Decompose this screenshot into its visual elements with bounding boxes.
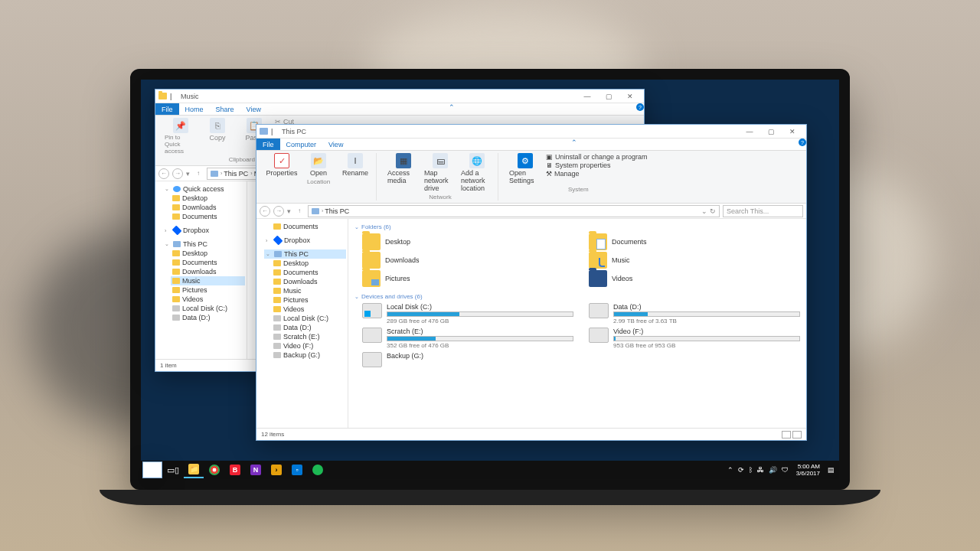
tab-home[interactable]: Home — [179, 103, 210, 115]
view-tiles-button[interactable] — [792, 431, 802, 439]
nav-item[interactable]: Pictures — [171, 285, 245, 295]
nav-item[interactable]: Data (D:) — [171, 313, 245, 322]
nav-item[interactable]: Desktop — [171, 194, 245, 203]
drive-g[interactable]: Backup (G:) — [362, 352, 573, 367]
nav-quick-access[interactable]: ⌄Quick access — [163, 184, 245, 194]
nav-item[interactable]: Local Disk (C:) — [272, 314, 346, 323]
drive-d[interactable]: Data (D:)2.99 TB free of 3.63 TB — [589, 303, 800, 324]
sysprops-button[interactable]: 🖥 System properties — [546, 161, 648, 169]
view-details-button[interactable] — [782, 431, 791, 439]
open-button[interactable]: 📂Open — [302, 153, 335, 177]
drive-e[interactable]: Scratch (E:)352 GB free of 476 GB — [362, 328, 573, 349]
folder-downloads[interactable]: Downloads — [362, 252, 573, 269]
ribbon-collapse-icon[interactable]: ⌃ — [568, 139, 580, 150]
nav-recent-icon[interactable]: ▾ — [287, 207, 291, 215]
nav-dropbox[interactable]: ›Dropbox — [264, 236, 346, 245]
spotify-taskbar-button[interactable] — [308, 461, 328, 478]
nav-item[interactable]: Desktop — [272, 259, 346, 268]
nav-item[interactable]: Scratch (E:) — [272, 332, 346, 341]
help-icon[interactable]: ? — [636, 103, 644, 111]
addlocation-button[interactable]: 🌐Add a network location — [461, 153, 493, 192]
nav-item[interactable]: Videos — [272, 305, 346, 314]
nav-item[interactable]: Data (D:) — [272, 323, 346, 332]
tray-network-icon[interactable]: 🖧 — [757, 466, 764, 474]
nav-back-button[interactable]: ← — [260, 206, 270, 217]
folder-music[interactable]: Music — [589, 252, 800, 269]
nav-item[interactable]: Local Disk (C:) — [171, 304, 245, 313]
tray-sync-icon[interactable]: ⟳ — [738, 466, 744, 474]
nav-item[interactable]: Documents — [171, 212, 245, 221]
tab-share[interactable]: Share — [210, 103, 240, 115]
maximize-button[interactable]: ▢ — [760, 126, 782, 138]
uninstall-button[interactable]: ▣ Uninstall or change a program — [546, 153, 648, 161]
start-button[interactable] — [142, 461, 162, 478]
ribbon-collapse-icon[interactable]: ⌃ — [446, 103, 458, 115]
folder-desktop[interactable]: Desktop — [362, 233, 573, 250]
nav-this-pc[interactable]: ⌄This PC — [163, 240, 245, 249]
nav-item[interactable]: Documents — [272, 222, 346, 231]
action-center-button[interactable]: ▤ — [828, 466, 835, 474]
maximize-button[interactable]: ▢ — [598, 90, 619, 103]
folder-videos[interactable]: Videos — [589, 270, 800, 287]
nav-item[interactable]: Desktop — [171, 249, 245, 258]
tab-computer[interactable]: Computer — [280, 139, 323, 150]
nav-item[interactable]: Documents — [272, 268, 346, 277]
nav-up-button[interactable]: ↑ — [294, 206, 305, 217]
onenote-taskbar-button[interactable]: N — [246, 461, 266, 478]
folder-pictures[interactable]: Pictures — [362, 270, 573, 287]
tray-overflow-icon[interactable]: ⌃ — [727, 466, 733, 474]
nav-item-music[interactable]: Music — [171, 276, 245, 285]
help-icon[interactable]: ? — [799, 139, 806, 146]
nav-dropbox[interactable]: ›Dropbox — [163, 226, 245, 235]
nav-item[interactable]: Downloads — [171, 203, 245, 212]
explorer-taskbar-button[interactable]: 📁 — [184, 461, 204, 478]
tray-security-icon[interactable]: 🛡 — [782, 466, 789, 474]
tab-file[interactable]: File — [256, 139, 280, 150]
settings-button[interactable]: ⚙Open Settings — [509, 153, 541, 184]
chrome-taskbar-button[interactable] — [204, 461, 224, 478]
rename-button[interactable]: IRename — [339, 153, 371, 177]
store-taskbar-button[interactable]: ▫ — [287, 461, 307, 478]
nav-item[interactable]: Pictures — [272, 295, 346, 305]
tray-bluetooth-icon[interactable]: ᛒ — [749, 466, 753, 474]
tab-file[interactable]: File — [155, 103, 179, 115]
folders-group-header[interactable]: ⌄Folders (6) — [354, 222, 800, 232]
explorer-window-thispc[interactable]: | This PC — ▢ ✕ File Computer View ⌃ ? ✓… — [256, 124, 807, 441]
pin-button[interactable]: 📌Pin to Quick access — [165, 118, 197, 155]
media-button[interactable]: ▦Access media — [387, 153, 420, 184]
drive-f[interactable]: Video (F:)953 GB free of 953 GB — [589, 328, 800, 349]
nav-item[interactable]: Music — [272, 286, 346, 295]
search-input[interactable]: Search This... — [723, 205, 803, 217]
close-button[interactable]: ✕ — [619, 90, 641, 103]
nav-item[interactable]: Video (F:) — [272, 341, 346, 350]
plex-taskbar-button[interactable]: › — [266, 461, 286, 478]
taskview-button[interactable]: ▭▯ — [163, 461, 183, 478]
minimize-button[interactable]: — — [577, 90, 598, 103]
properties-button[interactable]: ✓Properties — [266, 153, 298, 177]
mapdrive-button[interactable]: 🖴Map network drive — [424, 153, 456, 192]
titlebar[interactable]: | This PC — ▢ ✕ — [256, 125, 806, 139]
app-taskbar-button[interactable]: B — [225, 461, 245, 478]
nav-item[interactable]: Documents — [171, 258, 245, 267]
nav-up-button[interactable]: ↑ — [193, 168, 204, 179]
tab-view[interactable]: View — [322, 139, 349, 150]
content-area[interactable]: ⌄Folders (6) Desktop Documents Downloads… — [348, 219, 806, 428]
drive-c[interactable]: Local Disk (C:)289 GB free of 476 GB — [362, 303, 573, 324]
tab-view[interactable]: View — [240, 103, 267, 115]
manage-button[interactable]: ⚒ Manage — [546, 170, 648, 178]
nav-forward-button[interactable]: → — [172, 168, 183, 179]
nav-item[interactable]: Backup (G:) — [272, 350, 346, 360]
nav-recent-icon[interactable]: ▾ — [186, 170, 190, 178]
clock[interactable]: 5:00 AM 3/6/2017 — [793, 463, 823, 477]
minimize-button[interactable]: — — [739, 126, 760, 138]
copy-button[interactable]: ⎘Copy — [201, 118, 234, 142]
tray-volume-icon[interactable]: 🔊 — [769, 466, 777, 474]
drives-group-header[interactable]: ⌄Devices and drives (6) — [354, 292, 800, 302]
folder-documents[interactable]: Documents — [589, 233, 800, 250]
titlebar[interactable]: | Music — ▢ ✕ — [155, 90, 644, 103]
nav-back-button[interactable]: ← — [158, 168, 169, 179]
nav-item[interactable]: Videos — [171, 295, 245, 304]
nav-forward-button[interactable]: → — [273, 206, 284, 217]
breadcrumb[interactable]: ›This PC ⌄ ↻ — [308, 205, 720, 217]
close-button[interactable]: ✕ — [782, 126, 803, 138]
